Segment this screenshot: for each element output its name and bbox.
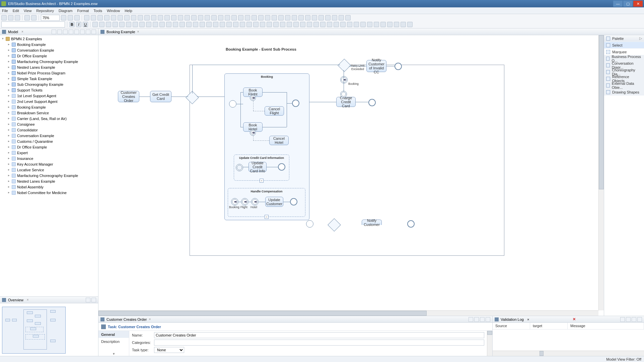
- task-customer-creates-order[interactable]: Customer Creates Order: [118, 91, 139, 102]
- props-tool-1-icon[interactable]: [469, 317, 473, 322]
- tree-item[interactable]: ▸Dr Office Example: [0, 144, 98, 150]
- overview-close-icon[interactable]: ×: [27, 298, 29, 302]
- tb-shape-20-icon[interactable]: [218, 15, 223, 20]
- prop-tab-general[interactable]: General: [98, 331, 129, 338]
- tb-shape-13-icon[interactable]: [171, 15, 176, 20]
- tb-shape-19-icon[interactable]: [211, 15, 217, 20]
- tree-item[interactable]: ▸Locative Service: [0, 167, 98, 173]
- model-tool-4-icon[interactable]: [69, 29, 73, 34]
- tb-fmt-3-icon[interactable]: [113, 22, 118, 27]
- tb-fmt-13-icon[interactable]: [180, 22, 185, 27]
- tb-fmt-36-icon[interactable]: [334, 22, 339, 27]
- tb-fmt-45-icon[interactable]: [394, 22, 399, 27]
- event-bottom[interactable]: [306, 220, 313, 228]
- palette-group-5[interactable]: Drawing Shapes: [604, 89, 644, 96]
- tb-fmt-4-icon[interactable]: [119, 22, 125, 27]
- tree-item[interactable]: ▸Nobel Prize Process Diagram: [0, 70, 98, 76]
- tree-item[interactable]: ▸Breakdown Service: [0, 110, 98, 116]
- model-tool-2-icon[interactable]: [57, 29, 62, 34]
- tb-shape-27-icon[interactable]: [265, 15, 270, 20]
- tb-fmt-5-icon[interactable]: [126, 22, 131, 27]
- throw-event-booking[interactable]: [340, 76, 348, 83]
- menu-tools[interactable]: Tools: [93, 9, 102, 13]
- tb-fmt-46-icon[interactable]: [401, 22, 406, 27]
- tb-fmt-27-icon[interactable]: [273, 22, 279, 27]
- tb-fmt-7-icon[interactable]: [139, 22, 145, 27]
- tb-shape-6-icon[interactable]: [124, 15, 130, 20]
- canvas-v-scrollbar[interactable]: [598, 35, 604, 310]
- tb-shape-16-icon[interactable]: [191, 15, 197, 20]
- task-notify-invalid-cc[interactable]: Notify Customer of Invalid CC: [366, 60, 386, 72]
- tb-shape-5-icon[interactable]: [118, 15, 123, 20]
- menu-window[interactable]: Window: [107, 9, 120, 13]
- tb-fmt-21-icon[interactable]: [233, 22, 238, 27]
- tb-fmt-30-icon[interactable]: [293, 22, 299, 27]
- tb-shape-26-icon[interactable]: [258, 15, 264, 20]
- tb-shape-11-icon[interactable]: [158, 15, 163, 20]
- tb-fmt-26-icon[interactable]: [267, 22, 272, 27]
- tb-fmt-14-icon[interactable]: [186, 22, 192, 27]
- tb-shape-15-icon[interactable]: [185, 15, 190, 20]
- tb-shape-14-icon[interactable]: [178, 15, 183, 20]
- tb-fmt-43-icon[interactable]: [380, 22, 386, 27]
- tb-zoomin-icon[interactable]: [74, 15, 80, 20]
- tb-shape-37-icon[interactable]: [332, 15, 337, 20]
- props-tool-2-icon[interactable]: [474, 317, 479, 322]
- menu-file[interactable]: File: [2, 9, 8, 13]
- task-update-customer[interactable]: Update Customer: [265, 197, 283, 207]
- tb-fmt-6-icon[interactable]: [133, 22, 138, 27]
- val-close2-icon[interactable]: [637, 317, 642, 322]
- end-event-bottom[interactable]: [407, 220, 415, 228]
- tb-shape-12-icon[interactable]: [164, 15, 170, 20]
- tree-item[interactable]: ▸Booking Example: [0, 104, 98, 110]
- tb-fmt-40-icon[interactable]: [360, 22, 366, 27]
- task-update-cc[interactable]: Update Credit Card Info: [248, 162, 267, 172]
- tb-shape-8-icon[interactable]: [138, 15, 143, 20]
- tb-shape-18-icon[interactable]: [205, 15, 210, 20]
- tb-fmt-17-icon[interactable]: [206, 22, 212, 27]
- tb-shape-34-icon[interactable]: [312, 15, 317, 20]
- menu-diagram[interactable]: Diagram: [59, 9, 73, 13]
- tree-item[interactable]: ▸Conversation Example: [0, 47, 98, 53]
- model-tool-3-icon[interactable]: [63, 29, 68, 34]
- menu-edit[interactable]: Edit: [13, 9, 19, 13]
- tb-fmt-34-icon[interactable]: [320, 22, 326, 27]
- tb-fmt-8-icon[interactable]: [146, 22, 151, 27]
- window-maximize-button[interactable]: ▢: [623, 1, 633, 7]
- tree-item[interactable]: ▸Simple Task Example: [0, 76, 98, 81]
- tb-shape-17-icon[interactable]: [198, 15, 203, 20]
- tb-zoomout-icon[interactable]: [68, 15, 73, 20]
- tb-shape-9-icon[interactable]: [144, 15, 150, 20]
- task-cancel-flight[interactable]: Cancel Flight: [265, 106, 284, 116]
- tb-fmt-38-icon[interactable]: [347, 22, 352, 27]
- v-scroll-thumb[interactable]: [599, 35, 604, 189]
- prop-tab-description[interactable]: Description: [98, 338, 129, 345]
- tree-item[interactable]: ▸Booking Example: [0, 42, 98, 47]
- tb-fmt-29-icon[interactable]: [287, 22, 292, 27]
- tb-shape-22-icon[interactable]: [231, 15, 237, 20]
- tb-fmt-2-icon[interactable]: [106, 22, 111, 27]
- tree-item[interactable]: ▸Carrier (Land, Sea, Rail or Air): [0, 116, 98, 121]
- tb-shape-28-icon[interactable]: [272, 15, 277, 20]
- tb-fmt-47-icon[interactable]: [407, 22, 413, 27]
- h-scroll-thumb[interactable]: [98, 311, 427, 316]
- tree-item[interactable]: ▸Sub Choreography Example: [0, 81, 98, 87]
- tb-shape-23-icon[interactable]: [238, 15, 243, 20]
- val-min-icon[interactable]: [626, 317, 631, 322]
- props-min-icon[interactable]: [480, 317, 485, 322]
- task-notify-customer-partial[interactable]: Notify Customer: [362, 220, 382, 225]
- prop-name-input[interactable]: [154, 332, 484, 338]
- tb-fmt-28-icon[interactable]: [280, 22, 285, 27]
- tb-fmt-16-icon[interactable]: [200, 22, 205, 27]
- prop-categories-input[interactable]: [154, 340, 484, 346]
- validation-h-thumb[interactable]: [540, 351, 544, 356]
- tb-shape-33-icon[interactable]: [305, 15, 310, 20]
- canvas-h-scrollbar[interactable]: [98, 310, 598, 316]
- throw-event-hotel[interactable]: [251, 198, 259, 205]
- tree-item[interactable]: ▸Manfacturing Choreography Example: [0, 173, 98, 178]
- val-max-icon[interactable]: [632, 317, 636, 322]
- tb-fmt-32-icon[interactable]: [307, 22, 312, 27]
- model-tool-8-icon[interactable]: [91, 29, 96, 34]
- tb-fmt-37-icon[interactable]: [340, 22, 346, 27]
- tb-fmt-18-icon[interactable]: [213, 22, 218, 27]
